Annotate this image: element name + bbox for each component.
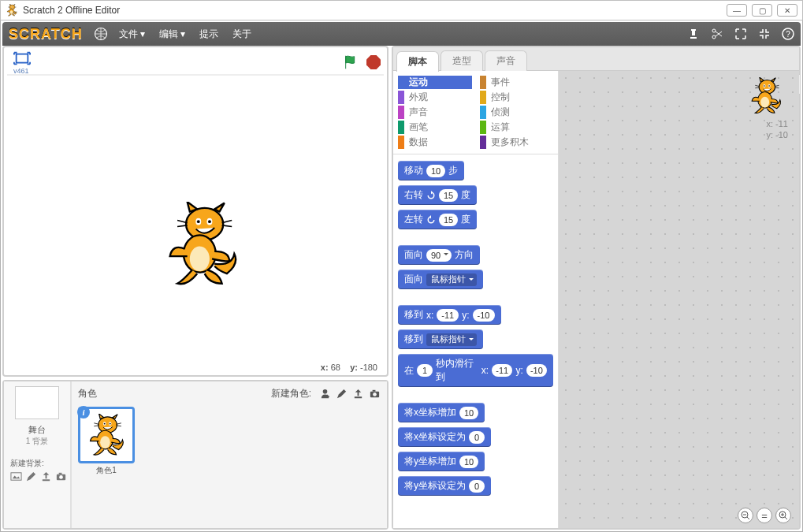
sprite-name-label: 角色1: [78, 465, 135, 476]
svg-rect-16: [59, 473, 62, 474]
block-set-y[interactable]: 将y坐标设定为0: [398, 476, 491, 496]
block-glide[interactable]: 在1秒内滑行到x:-11y:-10: [398, 354, 553, 387]
window-maximize-button[interactable]: ▢: [752, 4, 772, 17]
sprite-thumbnail[interactable]: i: [78, 407, 135, 463]
window-title: Scratch 2 Offline Editor: [23, 5, 727, 16]
category-侦测[interactable]: 侦测: [480, 106, 554, 119]
block-turn-ccw[interactable]: 左转15度: [398, 210, 477, 229]
shrink-icon[interactable]: [758, 28, 771, 40]
menubar: SCRATCH 文件 ▾ 编辑 ▾ 提示 关于 ?: [2, 22, 801, 46]
window-close-button[interactable]: ✕: [777, 4, 797, 17]
editor-tabs: 脚本 造型 声音: [393, 47, 799, 71]
block-goto[interactable]: 移到鼠标指针: [398, 329, 483, 349]
fullscreen-button[interactable]: [10, 50, 34, 69]
paint-sprite-icon[interactable]: [336, 388, 348, 400]
sprite-coordinates: x: -11 y: -10: [766, 118, 788, 141]
stage-sprite-cat[interactable]: [165, 202, 240, 288]
svg-text:?: ?: [786, 30, 790, 39]
sprite-list-panel: 角色 新建角色: i 角色1: [72, 381, 387, 528]
block-change-y[interactable]: 将y坐标增加10: [398, 452, 485, 471]
category-声音[interactable]: 声音: [398, 106, 472, 119]
category-控制[interactable]: 控制: [480, 91, 554, 104]
block-turn-cw[interactable]: 右转15度: [398, 185, 477, 205]
block-goto-xy[interactable]: 移到x:-11y:-10: [398, 305, 501, 325]
window-minimize-button[interactable]: —: [727, 4, 747, 17]
app-icon: [6, 4, 18, 17]
svg-point-9: [712, 29, 716, 32]
zoom-in-button[interactable]: [775, 508, 791, 523]
choose-sprite-icon[interactable]: [319, 388, 331, 400]
svg-point-19: [373, 392, 377, 396]
block-change-x[interactable]: 将x坐标增加10: [398, 403, 485, 422]
svg-rect-12: [17, 54, 28, 63]
camera-backdrop-icon[interactable]: [55, 471, 67, 482]
new-backdrop-label: 新建背景:: [7, 458, 44, 469]
tab-sounds[interactable]: 声音: [485, 50, 527, 71]
zoom-out-button[interactable]: [738, 508, 753, 523]
block-palette: 运动事件外观控制声音侦测画笔运算数据更多积木 移动10步 右转15度 左转15度…: [393, 71, 559, 528]
paint-backdrop-icon[interactable]: [25, 471, 37, 482]
menu-edit[interactable]: 编辑 ▾: [159, 28, 185, 41]
sprite-info-button[interactable]: i: [77, 406, 90, 419]
block-move[interactable]: 移动10步: [398, 161, 464, 180]
category-运算[interactable]: 运算: [480, 121, 554, 134]
category-外观[interactable]: 外观: [398, 91, 472, 104]
green-flag-button[interactable]: [343, 54, 360, 71]
tab-scripts[interactable]: 脚本: [396, 51, 439, 72]
block-set-x[interactable]: 将x坐标设定为0: [398, 427, 491, 447]
camera-sprite-icon[interactable]: [369, 388, 381, 400]
svg-point-8: [712, 35, 716, 39]
upload-backdrop-icon[interactable]: [40, 471, 52, 482]
stop-button[interactable]: [366, 55, 381, 69]
grow-icon[interactable]: [734, 28, 747, 40]
category-数据[interactable]: 数据: [398, 136, 472, 149]
window-titlebar: Scratch 2 Offline Editor — ▢ ✕: [0, 0, 803, 20]
stage-label: 舞台: [28, 424, 46, 436]
globe-icon[interactable]: [94, 27, 108, 41]
help-icon[interactable]: ?: [782, 28, 794, 40]
scissors-icon[interactable]: [711, 28, 723, 40]
choose-backdrop-icon[interactable]: [10, 471, 22, 482]
backdrop-count: 1 背景: [26, 436, 48, 447]
svg-rect-13: [11, 473, 21, 480]
backdrop-thumbnail[interactable]: [15, 386, 59, 419]
backdrop-panel: 舞台 1 背景 新建背景:: [4, 381, 72, 528]
stage[interactable]: [7, 74, 384, 359]
tab-costumes[interactable]: 造型: [441, 50, 483, 71]
category-更多积木[interactable]: 更多积木: [480, 136, 554, 149]
svg-point-15: [59, 475, 63, 479]
category-事件[interactable]: 事件: [480, 76, 554, 89]
zoom-reset-button[interactable]: =: [757, 508, 772, 523]
current-sprite-icon: [747, 77, 785, 115]
svg-rect-20: [373, 389, 376, 391]
stage-panel: v461 x: 68 y: -180: [2, 46, 388, 377]
menu-file[interactable]: 文件 ▾: [119, 28, 145, 41]
svg-point-17: [323, 389, 328, 393]
menu-about[interactable]: 关于: [232, 28, 251, 41]
category-运动[interactable]: 运动: [398, 76, 472, 89]
sprites-title: 角色: [78, 387, 97, 400]
stage-coordinates: x: 68 y: -180: [7, 359, 384, 372]
menu-tips[interactable]: 提示: [199, 28, 218, 41]
new-sprite-label: 新建角色:: [271, 387, 311, 400]
category-画笔[interactable]: 画笔: [398, 121, 472, 134]
block-point-direction[interactable]: 面向90方向: [398, 245, 480, 265]
scratch-logo: SCRATCH: [9, 26, 83, 43]
stamp-icon[interactable]: [687, 28, 700, 40]
scripts-area[interactable]: x: -11 y: -10 =: [559, 71, 799, 528]
block-point-towards[interactable]: 面向鼠标指针: [398, 270, 483, 289]
upload-sprite-icon[interactable]: [352, 388, 364, 400]
